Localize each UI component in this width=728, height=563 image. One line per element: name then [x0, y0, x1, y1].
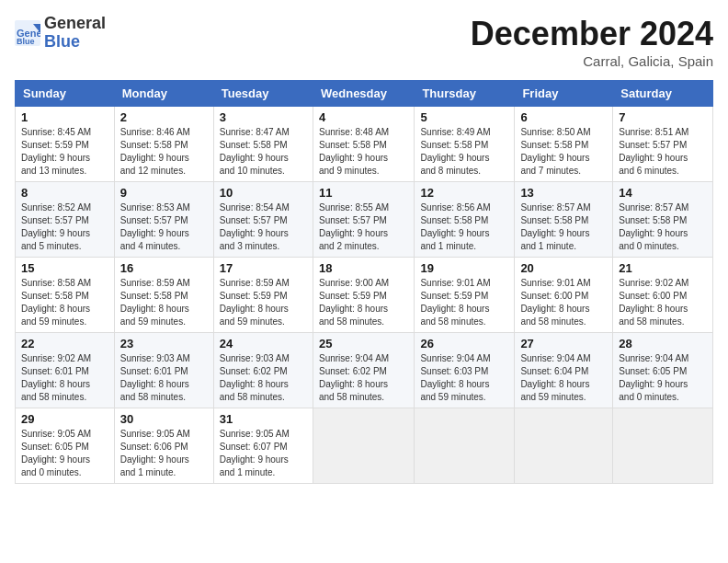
day-info: Sunrise: 9:05 AM Sunset: 6:06 PM Dayligh…: [120, 428, 208, 479]
weekday-header-saturday: Saturday: [613, 81, 713, 107]
day-number: 16: [120, 261, 208, 275]
day-info: Sunrise: 9:04 AM Sunset: 6:02 PM Dayligh…: [319, 352, 408, 404]
calendar-cell: 26Sunrise: 9:04 AM Sunset: 6:03 PM Dayli…: [415, 333, 515, 408]
day-info: Sunrise: 8:56 AM Sunset: 5:58 PM Dayligh…: [420, 201, 508, 253]
day-info: Sunrise: 8:59 AM Sunset: 5:59 PM Dayligh…: [220, 277, 307, 328]
day-info: Sunrise: 9:01 AM Sunset: 6:00 PM Dayligh…: [520, 277, 607, 328]
day-info: Sunrise: 8:45 AM Sunset: 5:59 PM Dayligh…: [21, 126, 108, 178]
day-number: 25: [319, 337, 408, 350]
calendar-cell: 17Sunrise: 8:59 AM Sunset: 5:59 PM Dayli…: [213, 258, 313, 333]
calendar-week-row: 15Sunrise: 8:58 AM Sunset: 5:58 PM Dayli…: [16, 258, 713, 333]
logo-line2: Blue: [44, 33, 106, 52]
day-info: Sunrise: 8:48 AM Sunset: 5:58 PM Dayligh…: [319, 126, 408, 178]
day-number: 19: [420, 261, 508, 275]
day-number: 20: [520, 261, 607, 275]
day-info: Sunrise: 9:04 AM Sunset: 6:04 PM Dayligh…: [520, 352, 607, 404]
day-info: Sunrise: 9:03 AM Sunset: 6:02 PM Dayligh…: [220, 352, 307, 404]
day-number: 11: [319, 186, 408, 200]
day-number: 22: [21, 337, 108, 350]
calendar-cell: 22Sunrise: 9:02 AM Sunset: 6:01 PM Dayli…: [16, 333, 115, 408]
logo-line1: General: [44, 15, 106, 33]
calendar-week-row: 22Sunrise: 9:02 AM Sunset: 6:01 PM Dayli…: [16, 333, 713, 408]
day-number: 17: [220, 261, 307, 275]
day-info: Sunrise: 9:03 AM Sunset: 6:01 PM Dayligh…: [120, 352, 208, 404]
calendar-cell: 9Sunrise: 8:53 AM Sunset: 5:57 PM Daylig…: [114, 182, 213, 258]
calendar-cell: 31Sunrise: 9:05 AM Sunset: 6:07 PM Dayli…: [213, 408, 313, 484]
day-number: 26: [420, 337, 508, 350]
day-info: Sunrise: 8:50 AM Sunset: 5:58 PM Dayligh…: [520, 126, 607, 178]
day-info: Sunrise: 8:55 AM Sunset: 5:57 PM Dayligh…: [319, 201, 408, 253]
calendar-cell: 28Sunrise: 9:04 AM Sunset: 6:05 PM Dayli…: [613, 333, 713, 408]
calendar-cell: [515, 408, 613, 484]
weekday-header-sunday: Sunday: [16, 81, 115, 107]
day-info: Sunrise: 9:04 AM Sunset: 6:03 PM Dayligh…: [420, 352, 508, 404]
day-number: 3: [220, 110, 307, 124]
day-number: 15: [21, 261, 108, 275]
day-number: 30: [120, 412, 208, 426]
calendar-cell: 27Sunrise: 9:04 AM Sunset: 6:04 PM Dayli…: [515, 333, 613, 408]
day-info: Sunrise: 8:46 AM Sunset: 5:58 PM Dayligh…: [120, 126, 208, 178]
location: Carral, Galicia, Spain: [471, 53, 713, 69]
day-info: Sunrise: 8:52 AM Sunset: 5:57 PM Dayligh…: [21, 201, 108, 253]
page-header: General Blue General Blue December 2024 …: [15, 15, 713, 69]
day-number: 4: [319, 110, 408, 124]
calendar-table: SundayMondayTuesdayWednesdayThursdayFrid…: [15, 80, 713, 484]
svg-text:Blue: Blue: [17, 37, 35, 46]
weekday-header-thursday: Thursday: [415, 81, 515, 107]
day-info: Sunrise: 8:47 AM Sunset: 5:58 PM Dayligh…: [220, 126, 307, 178]
calendar-cell: 24Sunrise: 9:03 AM Sunset: 6:02 PM Dayli…: [213, 333, 313, 408]
day-number: 5: [420, 110, 508, 124]
calendar-cell: [313, 408, 414, 484]
calendar-cell: 15Sunrise: 8:58 AM Sunset: 5:58 PM Dayli…: [16, 258, 115, 333]
day-number: 1: [21, 110, 108, 124]
calendar-cell: 6Sunrise: 8:50 AM Sunset: 5:58 PM Daylig…: [515, 107, 613, 182]
calendar-cell: [613, 408, 713, 484]
calendar-week-row: 1Sunrise: 8:45 AM Sunset: 5:59 PM Daylig…: [16, 107, 713, 182]
day-number: 27: [520, 337, 607, 350]
day-number: 8: [21, 186, 108, 200]
day-info: Sunrise: 9:01 AM Sunset: 5:59 PM Dayligh…: [420, 277, 508, 328]
calendar-cell: 10Sunrise: 8:54 AM Sunset: 5:57 PM Dayli…: [213, 182, 313, 258]
calendar-cell: 29Sunrise: 9:05 AM Sunset: 6:05 PM Dayli…: [16, 408, 115, 484]
day-number: 24: [220, 337, 307, 350]
day-number: 31: [220, 412, 307, 426]
calendar-cell: 3Sunrise: 8:47 AM Sunset: 5:58 PM Daylig…: [213, 107, 313, 182]
calendar-cell: 11Sunrise: 8:55 AM Sunset: 5:57 PM Dayli…: [313, 182, 414, 258]
day-number: 2: [120, 110, 208, 124]
day-info: Sunrise: 8:57 AM Sunset: 5:58 PM Dayligh…: [520, 201, 607, 253]
day-info: Sunrise: 9:05 AM Sunset: 6:05 PM Dayligh…: [21, 428, 108, 479]
weekday-header-wednesday: Wednesday: [313, 81, 414, 107]
calendar-cell: 13Sunrise: 8:57 AM Sunset: 5:58 PM Dayli…: [515, 182, 613, 258]
day-info: Sunrise: 8:49 AM Sunset: 5:58 PM Dayligh…: [420, 126, 508, 178]
day-number: 13: [520, 186, 607, 200]
weekday-header-tuesday: Tuesday: [213, 81, 313, 107]
day-number: 7: [619, 110, 707, 124]
month-title: December 2024: [471, 15, 713, 53]
day-info: Sunrise: 9:04 AM Sunset: 6:05 PM Dayligh…: [619, 352, 707, 404]
day-number: 12: [420, 186, 508, 200]
day-number: 29: [21, 412, 108, 426]
calendar-cell: 18Sunrise: 9:00 AM Sunset: 5:59 PM Dayli…: [313, 258, 414, 333]
logo-icon: General Blue: [15, 20, 40, 46]
weekday-header-friday: Friday: [515, 81, 613, 107]
calendar-cell: 8Sunrise: 8:52 AM Sunset: 5:57 PM Daylig…: [16, 182, 115, 258]
title-block: December 2024 Carral, Galicia, Spain: [471, 15, 713, 69]
day-number: 23: [120, 337, 208, 350]
weekday-header-monday: Monday: [114, 81, 213, 107]
day-number: 28: [619, 337, 707, 350]
calendar-cell: 12Sunrise: 8:56 AM Sunset: 5:58 PM Dayli…: [415, 182, 515, 258]
day-info: Sunrise: 9:00 AM Sunset: 5:59 PM Dayligh…: [319, 277, 408, 328]
day-info: Sunrise: 9:02 AM Sunset: 6:01 PM Dayligh…: [21, 352, 108, 404]
day-info: Sunrise: 8:58 AM Sunset: 5:58 PM Dayligh…: [21, 277, 108, 328]
calendar-cell: 5Sunrise: 8:49 AM Sunset: 5:58 PM Daylig…: [415, 107, 515, 182]
day-number: 21: [619, 261, 707, 275]
calendar-week-row: 29Sunrise: 9:05 AM Sunset: 6:05 PM Dayli…: [16, 408, 713, 484]
calendar-week-row: 8Sunrise: 8:52 AM Sunset: 5:57 PM Daylig…: [16, 182, 713, 258]
logo: General Blue General Blue: [15, 15, 106, 52]
day-number: 14: [619, 186, 707, 200]
day-info: Sunrise: 8:59 AM Sunset: 5:58 PM Dayligh…: [120, 277, 208, 328]
calendar-cell: 19Sunrise: 9:01 AM Sunset: 5:59 PM Dayli…: [415, 258, 515, 333]
calendar-cell: 1Sunrise: 8:45 AM Sunset: 5:59 PM Daylig…: [16, 107, 115, 182]
calendar-cell: 21Sunrise: 9:02 AM Sunset: 6:00 PM Dayli…: [613, 258, 713, 333]
calendar-cell: 16Sunrise: 8:59 AM Sunset: 5:58 PM Dayli…: [114, 258, 213, 333]
